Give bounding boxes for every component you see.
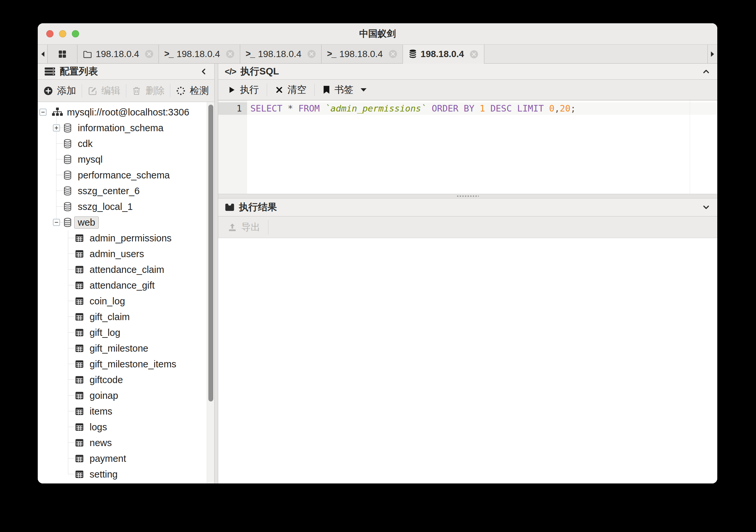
tree-node-coin_log[interactable]: coin_log (38, 293, 214, 309)
expand-minus-icon[interactable] (53, 219, 60, 226)
database-icon (63, 138, 72, 149)
sql-panel-collapse-button[interactable] (702, 67, 711, 75)
tab-scroll-right-button[interactable] (708, 44, 717, 64)
sidebar-add-label: 添加 (57, 84, 76, 97)
tab-bar: 198.18.0.4>_198.18.0.4>_198.18.0.4>_198.… (38, 44, 717, 64)
table-icon (74, 406, 84, 416)
tree-node-gift_milestone[interactable]: gift_milestone (38, 340, 214, 356)
panel-splitter-vertical[interactable] (215, 64, 218, 484)
close-tab-icon[interactable] (226, 49, 235, 58)
tree-node-label: goinap (90, 390, 118, 401)
tab-terminal-2[interactable]: >_198.18.0.4 (240, 44, 322, 64)
tree-node-attendance_claim[interactable]: attendance_claim (38, 262, 214, 278)
close-tab-icon[interactable] (145, 49, 153, 58)
edit-icon (88, 86, 97, 96)
close-tab-icon[interactable] (307, 49, 316, 58)
terminal-icon: >_ (164, 49, 173, 59)
tree-node-label: information_schema (78, 123, 163, 133)
tab-terminal-1[interactable]: >_198.18.0.4 (159, 44, 240, 64)
sql-panel-title: 执行SQL (240, 65, 279, 78)
sql-token: 20 (560, 103, 571, 114)
tab-scroll-left-button[interactable] (38, 44, 47, 64)
export-label: 导出 (241, 221, 260, 234)
tree-node-label: gift_claim (90, 311, 130, 322)
editor-content[interactable]: SELECT * FROM `admin_permissions` ORDER … (247, 100, 717, 194)
tree-scrollbar-thumb[interactable] (208, 105, 213, 401)
tree-node-gift_log[interactable]: gift_log (38, 325, 214, 340)
tab-label: 198.18.0.4 (176, 49, 220, 59)
tree-node-sszg_center_6[interactable]: sszg_center_6 (38, 183, 214, 199)
tree-node-label: setting (90, 469, 118, 480)
tree-node-attendance_gift[interactable]: attendance_gift (38, 278, 214, 293)
tab-files[interactable]: 198.18.0.4 (77, 44, 159, 64)
bookmark-button[interactable]: 书签 (318, 80, 372, 100)
tree-node-information_schema[interactable]: information_schema (38, 120, 214, 136)
clear-sql-label: 清空 (287, 83, 307, 96)
tab-terminal-3[interactable]: >_198.18.0.4 (322, 44, 403, 64)
tree-node-sszg_local_1[interactable]: sszg_local_1 (38, 199, 214, 215)
clear-sql-button[interactable]: 清空 (270, 80, 311, 100)
tree-node-gift_claim[interactable]: gift_claim (38, 309, 214, 325)
tree-node-root[interactable]: mysqli://root@localhost:3306 (38, 104, 214, 120)
tree-node-giftcode[interactable]: giftcode (38, 372, 214, 388)
result-toolbar: 导出 (218, 217, 717, 238)
editor-result-splitter[interactable] (218, 194, 717, 199)
table-icon (74, 265, 84, 275)
result-inbox-icon (225, 203, 235, 212)
expand-plus-icon[interactable] (53, 124, 60, 132)
database-icon (63, 201, 72, 212)
table-icon (74, 328, 84, 337)
terminal-icon: >_ (327, 49, 336, 59)
sql-token: ORDER BY (432, 103, 474, 114)
sidebar-delete-label: 删除 (145, 84, 164, 97)
tree-node-news[interactable]: news (38, 435, 214, 451)
tree-node-admin_users[interactable]: admin_users (38, 246, 214, 262)
close-tab-icon[interactable] (470, 50, 478, 59)
tree-node-logs[interactable]: logs (38, 419, 214, 435)
minimize-window-button[interactable] (59, 30, 66, 38)
tree-node-label: attendance_claim (90, 264, 164, 275)
sql-editor[interactable]: 1 SELECT * FROM `admin_permissions` ORDE… (218, 100, 717, 194)
tree-node-gift_milestone_items[interactable]: gift_milestone_items (38, 356, 214, 372)
close-window-button[interactable] (46, 30, 53, 38)
tree-node-items[interactable]: items (38, 403, 214, 419)
sitemap-icon (52, 107, 63, 117)
tree-node-cdk[interactable]: cdk (38, 136, 214, 151)
tree-scrollbar[interactable] (207, 102, 214, 484)
sql-token: , (554, 103, 560, 114)
trash-icon (132, 86, 142, 96)
tree-node-label: giftcode (90, 375, 123, 386)
tree-node-admin_permissions[interactable]: admin_permissions (38, 230, 214, 246)
table-icon (74, 454, 84, 464)
close-tab-icon[interactable] (389, 49, 397, 58)
sidebar-collapse-button[interactable] (200, 67, 208, 76)
sql-token: * (288, 103, 293, 114)
terminal-icon: >_ (245, 49, 254, 59)
table-icon (74, 233, 84, 243)
run-sql-button[interactable]: 执行 (223, 80, 263, 100)
tree-node-label: web (74, 217, 99, 228)
sidebar-edit-button[interactable]: 编辑 (82, 80, 126, 102)
tab-database[interactable]: 198.18.0.4 (403, 44, 484, 64)
tab-list: 198.18.0.4>_198.18.0.4>_198.18.0.4>_198.… (47, 44, 484, 64)
sidebar-check-button[interactable]: 检测 (170, 80, 214, 102)
tree-node-mysql[interactable]: mysql (38, 151, 214, 167)
tree-node-goinap[interactable]: goinap (38, 388, 214, 403)
sidebar-add-button[interactable]: 添加 (38, 80, 82, 102)
sidebar-delete-button[interactable]: 删除 (126, 80, 170, 102)
zoom-window-button[interactable] (72, 30, 79, 38)
tab-home[interactable] (47, 44, 77, 64)
expand-minus-icon[interactable] (40, 109, 47, 116)
tree-node-label: news (90, 438, 112, 448)
tree-node-performance_schema[interactable]: performance_schema (38, 167, 214, 183)
export-button[interactable]: 导出 (223, 217, 265, 238)
result-panel-collapse-button[interactable] (702, 203, 711, 211)
database-icon (63, 186, 72, 196)
tree-node-payment[interactable]: payment (38, 451, 214, 466)
result-panel-header: 执行结果 (218, 199, 717, 217)
tab-label: 198.18.0.4 (339, 49, 383, 59)
grid-icon (57, 49, 67, 59)
tree-node-setting[interactable]: setting (38, 466, 214, 482)
tree-node-web[interactable]: web (38, 215, 214, 230)
config-tree: mysqli://root@localhost:3306information_… (38, 102, 214, 482)
